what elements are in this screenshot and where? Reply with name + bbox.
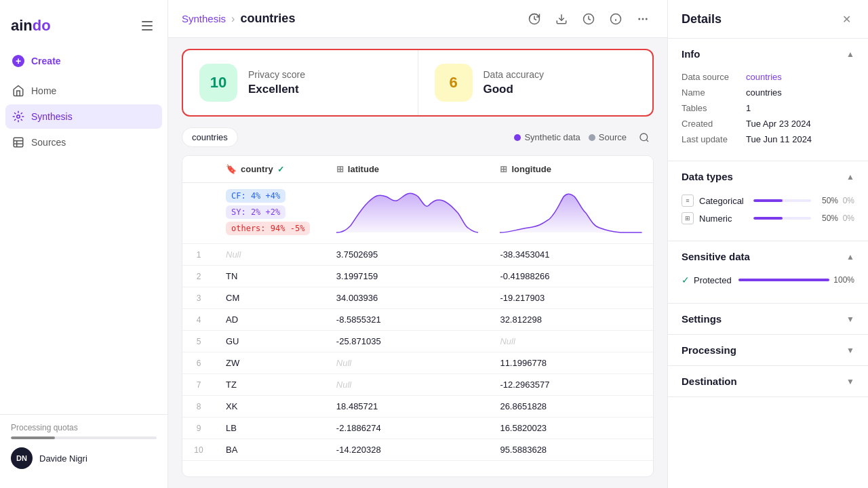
- info-chevron-up-icon: ▲: [846, 49, 854, 59]
- sidebar-item-synthesis-label: Synthesis: [31, 111, 73, 122]
- history-button[interactable]: [524, 8, 545, 30]
- latitude-cell: 3.7502695: [326, 244, 490, 266]
- data-types-section-header[interactable]: Data types ▲: [668, 161, 868, 192]
- row-number: 2: [182, 266, 215, 287]
- sidebar-item-home-label: Home: [31, 85, 56, 96]
- table-row: 1Null3.7502695-38.3453041: [182, 244, 653, 266]
- info-tables-row: Tables 1: [682, 103, 854, 113]
- app-logo: aindo: [11, 17, 51, 35]
- latitude-cell: Null: [326, 374, 490, 396]
- latitude-col-label: latitude: [348, 164, 379, 174]
- latitude-column-header[interactable]: ⊞ latitude: [326, 156, 490, 183]
- schedule-button[interactable]: [578, 8, 599, 30]
- info-created-key: Created: [682, 119, 746, 129]
- table-header-row: 🔖 country ✓ ⊞ latitude: [182, 156, 653, 183]
- row-number: 6: [182, 352, 215, 374]
- download-button[interactable]: [551, 8, 572, 30]
- categorical-bar: [753, 199, 811, 202]
- sidebar-bottom: Processing quotas DN Davide Nigri: [0, 414, 167, 477]
- sensitive-data-section: Sensitive data ▲ ✓ Protected 100%: [668, 241, 868, 304]
- info-created-row: Created Tue Apr 23 2024: [682, 119, 854, 129]
- longitude-column-header[interactable]: ⊞ longitude: [489, 156, 653, 183]
- table-row: 5GU-25.871035Null: [182, 331, 653, 352]
- header: Synthesis › countries: [168, 0, 667, 38]
- more-button[interactable]: [632, 8, 654, 30]
- sidebar-item-sources-label: Sources: [31, 137, 66, 148]
- processing-quotas-fill: [11, 436, 55, 439]
- longitude-cell: 16.5820023: [489, 418, 653, 439]
- breadcrumb-separator: ›: [231, 13, 235, 25]
- categorical-label: Categorical: [699, 196, 753, 206]
- schedule-icon: [583, 13, 595, 25]
- info-data-source-row: Data source countries: [682, 72, 854, 82]
- destination-section-title: Destination: [682, 375, 737, 387]
- processing-chevron-down-icon: ▼: [846, 346, 854, 355]
- svg-point-16: [646, 18, 648, 20]
- bookmark-icon: 🔖: [226, 164, 237, 174]
- main-content: Synthesis › countries 10: [168, 0, 667, 488]
- legend-source: Source: [589, 132, 627, 142]
- processing-section-header[interactable]: Processing ▼: [668, 335, 868, 365]
- legend-source-label: Source: [599, 132, 627, 142]
- legend-synthetic: Synthetic data: [514, 132, 580, 142]
- svg-point-3: [17, 115, 20, 119]
- sensitive-data-section-header[interactable]: Sensitive data ▲: [668, 241, 868, 272]
- svg-line-18: [646, 140, 648, 142]
- create-button[interactable]: + Create: [5, 49, 162, 73]
- country-cell: TN: [215, 266, 326, 287]
- processing-quotas-bar: [11, 436, 157, 439]
- svg-point-17: [640, 134, 648, 141]
- sidebar-item-sources[interactable]: Sources: [5, 130, 162, 155]
- processing-quotas-label: Processing quotas: [11, 423, 157, 432]
- info-data-source-key: Data source: [682, 72, 746, 82]
- country-cell: LB: [215, 418, 326, 439]
- table-row: 7TZNull-12.2963577: [182, 374, 653, 396]
- destination-section-header[interactable]: Destination ▼: [668, 366, 868, 396]
- info-section-body: Data source countries Name countries Tab…: [668, 69, 868, 161]
- settings-section-header[interactable]: Settings ▼: [668, 304, 868, 334]
- legend-row: Synthetic data Source: [514, 128, 654, 147]
- protected-bar: [738, 279, 830, 281]
- info-section-header[interactable]: Info ▲: [668, 39, 868, 69]
- processing-quotas: Processing quotas: [11, 423, 157, 439]
- info-button[interactable]: [605, 8, 627, 30]
- data-table-container[interactable]: 🔖 country ✓ ⊞ latitude: [182, 155, 654, 477]
- svg-rect-4: [14, 138, 23, 147]
- settings-section: Settings ▼: [668, 304, 868, 335]
- sidebar-item-synthesis[interactable]: Synthesis: [5, 104, 162, 129]
- numeric-bar: [753, 217, 811, 220]
- user-row[interactable]: DN Davide Nigri: [11, 447, 157, 469]
- info-last-update-key: Last update: [682, 134, 746, 144]
- country-column-header[interactable]: 🔖 country ✓: [215, 156, 326, 183]
- table-row: 9LB-2.188627416.5820023: [182, 418, 653, 439]
- table-row: 10BA-14.22032895.5883628: [182, 439, 653, 461]
- create-icon: +: [12, 55, 24, 67]
- dtype-categorical-row: ≡ Categorical 50% 0%: [682, 195, 854, 207]
- longitude-cell: -0.41988266: [489, 266, 653, 287]
- details-close-button[interactable]: ✕: [838, 11, 854, 27]
- latitude-cell: 3.1997159: [326, 266, 490, 287]
- sidebar-toggle[interactable]: [138, 16, 157, 35]
- info-data-source-val[interactable]: countries: [746, 72, 782, 82]
- table-search-button[interactable]: [635, 128, 654, 147]
- categorical-pct2: 0%: [838, 196, 854, 205]
- country-cell: XK: [215, 396, 326, 418]
- sidebar-item-home[interactable]: Home: [5, 79, 162, 103]
- latitude-cell: 18.485721: [326, 396, 490, 418]
- countries-filter-tag[interactable]: countries: [182, 127, 238, 147]
- dtype-numeric-row: ⊞ Numeric 50% 0%: [682, 212, 854, 224]
- details-header: Details ✕: [668, 0, 868, 39]
- info-section: Info ▲ Data source countries Name countr…: [668, 39, 868, 161]
- privacy-score-badge: 10: [199, 64, 237, 102]
- processing-section: Processing ▼: [668, 335, 868, 366]
- sensitive-data-section-body: ✓ Protected 100%: [668, 272, 868, 303]
- sensitive-data-section-title: Sensitive data: [682, 251, 750, 262]
- numeric-icon: ⊞: [682, 212, 694, 224]
- breadcrumb: Synthesis › countries: [182, 12, 295, 26]
- categorical-bar-fill: [753, 199, 783, 202]
- info-name-key: Name: [682, 87, 746, 98]
- breadcrumb-synthesis[interactable]: Synthesis: [182, 13, 226, 24]
- row-number: 9: [182, 418, 215, 439]
- numeric-label: Numeric: [699, 214, 753, 224]
- latitude-chart-cell: [326, 183, 490, 244]
